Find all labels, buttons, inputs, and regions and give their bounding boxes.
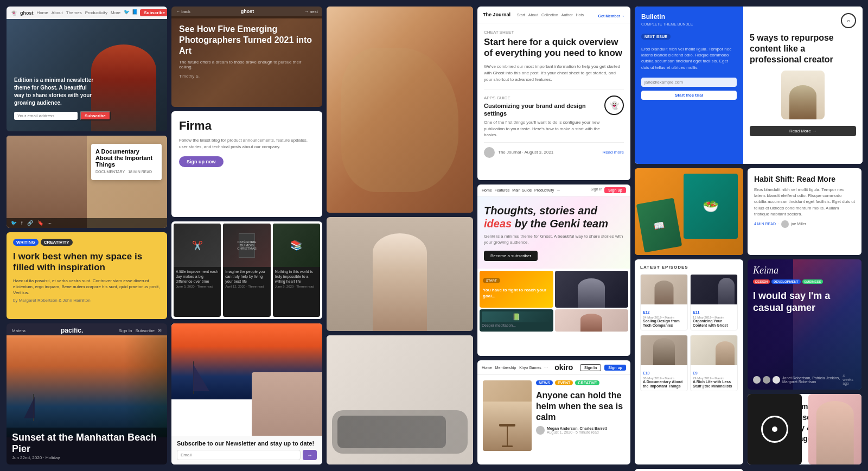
journal-nav-author[interactable]: Author — [561, 13, 573, 17]
ep1-title: Scaling Design from Tech Companies — [643, 319, 685, 328]
mosaic-layout: 👻 ghost Home About Themes Productivity M… — [0, 0, 868, 471]
okiro-date: August 1, 2020 · 5 minute read — [547, 430, 607, 434]
product3-text: Nothing in this world is truly impossibl… — [275, 269, 318, 284]
nav-links: Home About Themes Productivity More — [37, 10, 121, 15]
social-bookmark[interactable]: 🔖 — [37, 220, 43, 226]
habit-card: Habit Shift: Read More Eros blandulit ni… — [748, 168, 861, 255]
journal-nav-hots[interactable]: Hots — [576, 13, 583, 17]
nav-productivity[interactable]: Productivity — [85, 10, 107, 15]
genki-subscribe-btn[interactable]: Become a subscriber — [484, 251, 538, 261]
social-fb[interactable]: f — [21, 220, 23, 226]
subscribe-input[interactable] — [177, 450, 301, 460]
genki-mini-tag: START — [483, 278, 500, 283]
genki-signup[interactable]: Sign up — [604, 187, 626, 193]
pacific-subscribe[interactable]: Subscribe — [135, 328, 155, 333]
photo-author: Timothy S. — [179, 74, 200, 79]
journal-read-more[interactable]: Read more — [602, 150, 624, 155]
okiro-logo: okiro — [554, 363, 573, 372]
sailing-subscribe-card: Subscribe to our Newsletter and stay up … — [171, 323, 322, 464]
journal-section2-title: Customizing your brand and design settin… — [484, 102, 600, 118]
photo-nav-right: → next — [304, 9, 318, 14]
okiro-nav-topics[interactable]: Kiryo Games — [519, 366, 541, 370]
nav-home[interactable]: Home — [37, 10, 48, 15]
firma-title: Firma — [179, 119, 315, 133]
okiro-author-avatar — [536, 426, 545, 435]
journal-author-avatar — [484, 147, 495, 158]
okiro-tag-creative: CREATIVE — [575, 380, 599, 385]
bulletin-stay-tag: NEXT ISSUE — [641, 34, 671, 40]
ep2-title: Organizing Your Content with Ghost — [693, 319, 735, 328]
edition-subscribe-btn[interactable]: Subscribe — [80, 111, 111, 120]
nav-themes[interactable]: Themes — [66, 10, 82, 15]
social-more[interactable]: ··· — [48, 220, 52, 226]
habit-read-link[interactable]: 4 MIN READ — [754, 222, 776, 226]
facebook-icon[interactable]: 📘 — [132, 9, 138, 16]
firma-signup-btn[interactable]: Sign up now — [179, 156, 224, 167]
keima-logo: Keima — [753, 265, 856, 276]
photographers-subtitle: The future offers a dream to those brave… — [179, 60, 315, 69]
pacific-subscribe-icon[interactable]: ✉ — [158, 328, 162, 333]
keima-author1-avatar — [753, 376, 761, 384]
bulletin-subnav: COMPLETE THEME BUNDLE — [641, 22, 737, 26]
photographers-title: See How Five Emerging Photographers Turn… — [179, 24, 315, 56]
social-link[interactable]: 🔗 — [27, 220, 33, 226]
okiro-nav-membership[interactable]: Membership — [495, 366, 516, 370]
habit-author-avatar — [781, 220, 789, 228]
social-twitter[interactable]: 🐦 — [11, 220, 17, 226]
bulletin-readmore-btn[interactable]: Read More → — [750, 126, 856, 136]
journal-member-link[interactable]: Get Member → — [598, 14, 625, 18]
tech-illustration-card: June 1, 2021 · Headline When tech brands… — [635, 469, 743, 471]
ep1-card: E12 24 May 2019 • Maxim Scaling Design f… — [640, 274, 688, 330]
journal-ghost-logo: 👻 — [604, 96, 624, 115]
keima-card: Keima DESIGN DEVELOPMENT BUSINESS I woul… — [748, 259, 861, 390]
keima-authors: Janet Robertson, Patricia Jenkins, Marga… — [782, 376, 840, 384]
email-input[interactable] — [14, 112, 78, 120]
habit-body: Eros blandulit nibh vel mollit ligula. T… — [754, 187, 855, 217]
pacific-title: Sunset at the Manhattan Beach Pier — [12, 432, 162, 455]
product2-text: Imagine the people you can truly help by… — [225, 269, 268, 284]
photo-nav-left: ← back — [176, 9, 190, 14]
subscribe-btn[interactable]: Subscribe — [140, 9, 167, 16]
ep3-title: A Documentary About the Important Things — [643, 380, 685, 389]
bulletin-circle-icon: ○ — [841, 13, 856, 28]
genki-mini-title3: Deeper meditation... — [482, 323, 551, 328]
journal-nav-collection[interactable]: Collection — [541, 13, 558, 17]
ep4-title: A Rich Life with Less Stuff | the Minima… — [693, 380, 735, 389]
firma-card: Firma Follow the latest blog for product… — [171, 111, 322, 217]
keima-tag-dev: DEVELOPMENT — [771, 279, 801, 284]
genki-signin[interactable]: Sign In — [591, 187, 603, 193]
pacific-signin[interactable]: Sign In — [119, 328, 132, 333]
bulletin-body: Eros blandulit nibh vel mollit ligula. T… — [641, 46, 737, 71]
twitter-icon[interactable]: 🐦 — [124, 9, 130, 16]
ep3-card: E10 06 May 2019 • Maxim A Documentary Ab… — [640, 335, 688, 391]
inspiration-author: by Margaret Robertson & John Hamilton — [13, 298, 161, 303]
journal-section2-body: One of the first things you'll want to d… — [484, 119, 600, 138]
genki-nav-dots[interactable]: ··· — [557, 188, 560, 192]
bulletin-email-input[interactable] — [641, 78, 737, 87]
bulletin-logo: Bulletin — [641, 13, 737, 21]
genki-nav-home[interactable]: Home — [482, 188, 492, 192]
journal-nav-start[interactable]: Start — [517, 13, 525, 17]
pacific-date: Jun 22nd, 2020 · Holiday — [12, 455, 162, 460]
genki-nav-prod[interactable]: Productivity — [534, 188, 554, 192]
genki-nav-features[interactable]: Features — [495, 188, 510, 192]
genki-title-part3: by the Genki team — [512, 218, 608, 230]
podcast-card: LATEST EPISODES E12 24 May 2019 • Maxim … — [635, 259, 743, 464]
genki-nav-guide[interactable]: Main Guide — [512, 188, 532, 192]
nav-more[interactable]: More — [111, 10, 120, 15]
pacific-logo-center: pacific. — [61, 327, 83, 334]
okiro-signup[interactable]: Sign up — [604, 365, 626, 371]
okiro-nav-dots[interactable]: ··· — [545, 366, 548, 370]
journal-tag: CHEAT SHEET — [484, 30, 624, 35]
bulletin-trial-btn[interactable]: Start free trial — [641, 91, 737, 100]
okiro-signin[interactable]: Sign In — [580, 364, 601, 371]
okiro-nav-home[interactable]: Home — [482, 366, 492, 370]
journal-nav-about[interactable]: About — [528, 13, 538, 17]
subscribe-send-btn[interactable]: → — [303, 450, 317, 460]
documentary-card: A Documentary About the Important Things… — [7, 136, 167, 228]
journal-logo: The Journal — [483, 12, 510, 17]
nav-about[interactable]: About — [52, 10, 63, 15]
genki-subtitle: Genki is a minimal theme for Ghost. A be… — [484, 233, 624, 245]
genki-card: Home Features Main Guide Productivity ··… — [477, 184, 630, 356]
ep2-card: E11 11 May 2019 • Maxim Organizing Your … — [690, 274, 738, 330]
